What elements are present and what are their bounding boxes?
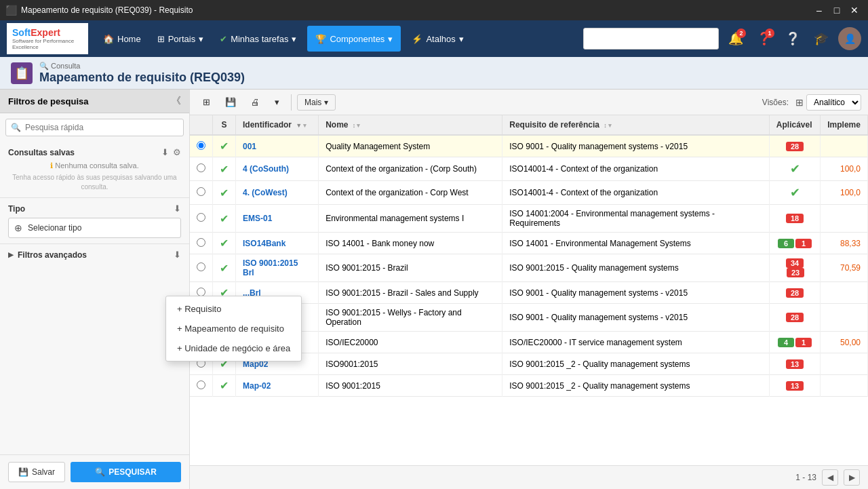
notification-bell-button[interactable]: 🔔 2 (724, 27, 747, 50)
no-saved-queries-sub: Tenha acesso rápido às suas pesquisas sa… (8, 173, 181, 192)
add-mapeamento-item[interactable]: + Mapeamento de requisito (166, 319, 301, 338)
row-impleme-cell (821, 304, 868, 332)
add-requisito-item[interactable]: + Requisito (166, 299, 301, 319)
checkmark-icon: ✔ (790, 186, 800, 199)
row-name-cell: ISO 9001:2015 - Wellys - Factory and Ope… (319, 304, 502, 332)
minimize-button[interactable]: – (811, 2, 827, 18)
nav-icons: 🔔 2 ❓ 1 ❔ 🎓 👤 (724, 27, 861, 50)
add-dropdown-menu: + Requisito + Mapeamento de requisito + … (165, 296, 302, 361)
row-status-cell: ✔ (213, 205, 236, 233)
row-impleme-cell: 100,0 (821, 181, 868, 205)
badge-red: 18 (786, 214, 804, 223)
row-radio-input[interactable] (197, 141, 205, 150)
close-button[interactable]: ✕ (846, 2, 863, 18)
row-radio-input[interactable] (197, 238, 205, 247)
add-unidade-item[interactable]: + Unidade de negócio e área (166, 338, 301, 358)
quick-search-input[interactable] (5, 119, 184, 136)
row-radio-input[interactable] (197, 187, 205, 196)
print-button[interactable]: 🖨 (245, 94, 266, 111)
badge-red: 13 (786, 381, 804, 391)
save-button[interactable]: 💾 Salvar (8, 462, 65, 482)
tipo-download-icon[interactable]: ⬇ (174, 203, 181, 214)
row-id-cell: Map-02 (236, 375, 319, 397)
col-radio (190, 115, 213, 135)
select-type-button[interactable]: ⊕ Selecionar tipo (8, 218, 181, 238)
row-radio-input[interactable] (197, 380, 205, 389)
row-status-cell: ✔ (213, 375, 236, 397)
row-id-cell: ISO 9001:2015 Brl (236, 254, 319, 282)
row-ref-cell: ISO 9001:2015 - Quality management syste… (502, 254, 770, 282)
mais-button[interactable]: Mais ▾ (297, 94, 336, 111)
status-icon: ✔ (220, 237, 229, 249)
row-name-cell: Context of the organization - (Corp Sout… (319, 157, 502, 181)
save-view-button[interactable]: 💾 (219, 94, 242, 111)
row-id-cell: 4 (CoSouth) (236, 157, 319, 181)
atalhos-button[interactable]: ⚡ Atalhos ▾ (403, 20, 471, 57)
logo[interactable]: SoftExpert Software for Performance Exce… (7, 23, 88, 54)
print-dropdown-button[interactable]: ▾ (269, 94, 285, 111)
prev-page-button[interactable]: ◀ (822, 469, 838, 486)
search-button[interactable]: 🔍 PESQUISAR (71, 462, 181, 482)
badge-red: 28 (786, 313, 804, 322)
search-input[interactable] (583, 28, 719, 50)
next-page-button[interactable]: ▶ (844, 469, 860, 486)
table-row: ✔EMS-01Environmental management systems … (190, 205, 868, 233)
row-radio-input[interactable] (197, 163, 205, 172)
row-name-cell: Quality Management System (319, 135, 502, 157)
visoes-label: Visões: (762, 98, 789, 107)
col-status[interactable]: S (213, 115, 236, 135)
col-aplicavel[interactable]: Aplicável (769, 115, 820, 135)
status-icon: ✔ (220, 213, 229, 224)
row-radio-input[interactable] (197, 288, 205, 296)
help-button[interactable]: ❔ (781, 27, 804, 50)
row-impleme-cell: 88,33 (821, 233, 868, 254)
table-row: ✔ISO14BankISO 14001 - Bank money nowISO … (190, 233, 868, 254)
col-ref[interactable]: Requisito de referência ↕▾ (502, 115, 770, 135)
status-icon: ✔ (220, 262, 229, 274)
col-nome[interactable]: Nome ↕▾ (319, 115, 502, 135)
table-row: ✔001Quality Management SystemISO 9001 - … (190, 135, 868, 157)
check-icon: ✔ (220, 34, 227, 44)
avatar[interactable]: 👤 (838, 27, 861, 50)
page-title: Mapeamento de requisito (REQ039) (39, 71, 245, 85)
row-aplicavel-cell: 13 (769, 375, 820, 397)
row-radio-cell (190, 181, 213, 205)
download-icon[interactable]: ⬇ (161, 147, 169, 157)
minhas-tarefas-button[interactable]: ✔ Minhas tarefas ▾ (212, 20, 304, 57)
sidebar-footer: 💾 Salvar 🔍 PESQUISAR (0, 454, 189, 489)
row-radio-input[interactable] (197, 262, 205, 271)
sidebar-toggle-button[interactable]: 《 (172, 95, 181, 107)
filtros-download-icon[interactable]: ⬇ (174, 250, 181, 260)
col-identificador[interactable]: Identificador ▼▾ (236, 115, 319, 135)
alert-button[interactable]: ❓ 1 (753, 27, 776, 50)
status-icon: ✔ (220, 187, 229, 199)
badge-red-extra: 1 (795, 239, 812, 248)
advanced-filters-toggle[interactable]: ▶ Filtros avançados (8, 250, 87, 260)
visoes-select[interactable]: Analítico (806, 94, 861, 111)
maximize-button[interactable]: □ (829, 2, 845, 18)
row-aplicavel-cell: 28 (769, 282, 820, 304)
pagination-bar: 1 - 13 ◀ ▶ (190, 465, 868, 489)
badge-red: 28 (786, 288, 804, 298)
row-ref-cell: ISO14001-4 - Context of the organization (502, 181, 770, 205)
notification-badge-1: 2 (736, 28, 746, 38)
row-impleme-cell: 70,59 (821, 254, 868, 282)
settings-icon[interactable]: ⚙ (173, 147, 181, 157)
row-aplicavel-cell: ✔ (769, 157, 820, 181)
table-row: ✔4 (CoSouth)Context of the organization … (190, 157, 868, 181)
componentes-button[interactable]: 🏆 Componentes ▾ (307, 26, 401, 52)
grid-view-button[interactable]: ⊞ (197, 94, 216, 111)
graduation-button[interactable]: 🎓 (810, 27, 833, 50)
row-radio-cell (190, 375, 213, 397)
col-impleme[interactable]: Impleme (821, 115, 868, 135)
badge-red: 34 (786, 258, 804, 268)
portais-button[interactable]: ⊞ Portais ▾ (149, 20, 212, 57)
row-status-cell: ✔ (213, 135, 236, 157)
row-ref-cell: ISO 9001 - Quality management systems - … (502, 304, 770, 332)
separator (291, 94, 292, 111)
no-saved-queries-msg: ℹ Nenhuma consulta salva. (8, 161, 181, 170)
row-radio-input[interactable] (197, 213, 205, 222)
window-title: Mapeamento de requisito (REQ039) - Requi… (21, 5, 193, 15)
title-bar-controls: – □ ✕ (811, 2, 863, 18)
home-button[interactable]: 🏠 Home (95, 20, 149, 57)
